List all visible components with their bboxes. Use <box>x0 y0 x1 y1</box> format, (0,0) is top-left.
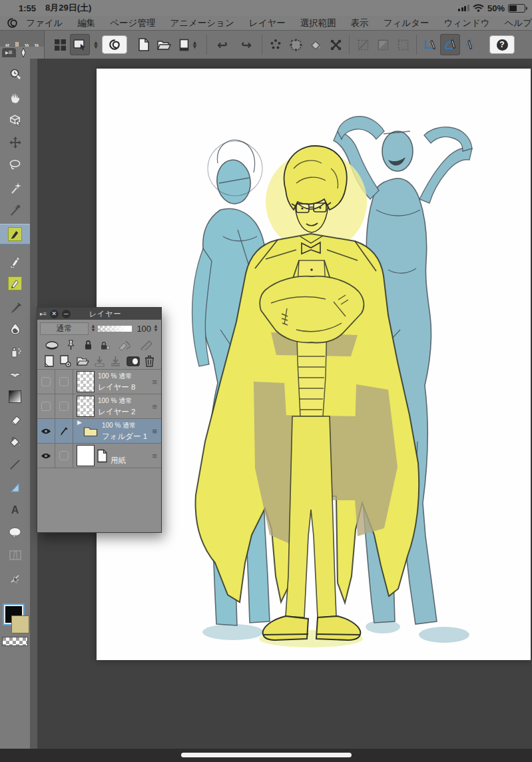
trash-icon[interactable] <box>144 355 154 367</box>
new-canvas-button[interactable] <box>134 34 154 55</box>
tool-watercolor[interactable] <box>0 318 30 339</box>
tool-palette-tab[interactable]: ▸≡ <box>0 47 44 59</box>
new-layer-icon[interactable] <box>44 355 55 367</box>
menu-selection[interactable]: 選択範囲 <box>300 17 336 29</box>
tool-zoom[interactable] <box>0 64 30 85</box>
clip-pin-icon[interactable] <box>67 340 75 350</box>
mask-area-icon[interactable] <box>45 341 59 350</box>
lock-icon[interactable] <box>84 340 93 350</box>
help-button[interactable]: ? <box>489 35 515 54</box>
menu-help[interactable]: ヘルプ <box>505 17 532 29</box>
tool-pencil[interactable] <box>0 273 30 294</box>
opacity-slider[interactable] <box>98 326 132 332</box>
folder-disclosure-icon[interactable]: ▶ <box>77 419 82 443</box>
tool-brush[interactable] <box>0 296 30 316</box>
fill-bucket-icon <box>309 39 322 51</box>
menu-window[interactable]: ウィンドウ <box>444 17 490 29</box>
layer-name[interactable]: フォルダー 1 <box>102 432 147 442</box>
layer-row-layer8[interactable]: 100 % 通常 レイヤー 8 ≡ <box>37 370 161 394</box>
page-switcher[interactable]: ▲▼ <box>174 34 203 55</box>
undo-button[interactable]: ↩ <box>210 34 234 55</box>
background-color-swatch[interactable] <box>11 615 29 633</box>
home-indicator[interactable] <box>181 753 352 757</box>
layer-name[interactable]: レイヤー 2 <box>98 407 135 417</box>
workspace-grid-button[interactable] <box>50 34 70 55</box>
snap-special-ruler-icon <box>443 38 457 52</box>
transparent-color-swatch[interactable] <box>2 637 28 646</box>
tool-airbrush[interactable] <box>0 341 30 362</box>
tool-balloon[interactable] <box>0 522 30 543</box>
layer-thumbnail[interactable] <box>77 372 94 392</box>
pointer-window-button[interactable] <box>70 34 90 55</box>
tool-text[interactable]: A <box>0 500 30 520</box>
menu-filter[interactable]: フィルター <box>384 17 429 29</box>
tool-fill[interactable] <box>0 432 30 452</box>
tool-auto-select[interactable] <box>0 177 30 198</box>
open-file-button[interactable] <box>154 34 174 55</box>
layer-row-folder1[interactable]: ▶ 100 % 通常 フォルダー 1 ≡ <box>37 419 161 444</box>
tool-ruler[interactable] <box>0 477 30 498</box>
layer-name[interactable]: 用紙 <box>111 456 126 466</box>
layer-thumbnail[interactable] <box>77 396 94 416</box>
tool-operate[interactable] <box>0 109 30 130</box>
tool-eyedropper[interactable] <box>0 200 30 220</box>
minimize-icon[interactable]: ─ <box>62 310 71 318</box>
blend-mode-dropdown[interactable]: 通常 <box>40 322 89 335</box>
drag-handle-icon[interactable]: ≡ <box>152 377 157 387</box>
new-folder-icon[interactable] <box>77 356 89 367</box>
menu-page-manage[interactable]: ページ管理 <box>110 17 155 29</box>
edit-indicator[interactable] <box>55 419 73 443</box>
drag-handle-icon[interactable]: ≡ <box>152 426 157 436</box>
tool-move-layer[interactable] <box>0 132 30 153</box>
layer-row-layer2[interactable]: 100 % 通常 レイヤー 2 ≡ <box>37 394 161 419</box>
drag-handle-icon[interactable]: ≡ <box>152 402 157 412</box>
tool-marker[interactable] <box>0 250 30 271</box>
hand-icon <box>9 91 22 104</box>
palette-menu-icon[interactable]: ▸≡ <box>2 48 16 57</box>
layer-lock-row <box>37 337 161 353</box>
menu-file[interactable]: ファイル <box>26 17 63 29</box>
menu-edit[interactable]: 編集 <box>77 17 95 29</box>
close-icon[interactable]: ✕ <box>50 310 59 318</box>
visibility-toggle[interactable] <box>37 394 55 418</box>
layer-palette-titlebar[interactable]: ▸≡ ✕ ─ レイヤー <box>37 308 161 320</box>
layer-name[interactable]: レイヤー 8 <box>98 382 135 392</box>
canvas-size-spinner[interactable]: ▲▼ <box>90 34 102 55</box>
layer-thumbnail[interactable] <box>77 446 94 466</box>
visibility-toggle[interactable] <box>37 370 55 394</box>
snap-grid-icon <box>463 38 477 52</box>
tool-eraser[interactable] <box>0 409 30 430</box>
layer-row-paper[interactable]: 用紙 ≡ <box>37 444 161 468</box>
opacity-spinner[interactable]: ▲▼ <box>153 324 158 332</box>
tool-lasso[interactable] <box>0 155 30 175</box>
tool-gradient[interactable] <box>0 386 30 407</box>
tool-correct-line[interactable] <box>0 568 30 588</box>
select-marquee-button[interactable] <box>286 34 306 55</box>
menu-layer[interactable]: レイヤー <box>249 17 286 29</box>
palette-menu-icon[interactable]: ▸≡ <box>40 310 47 317</box>
tool-frame-border[interactable] <box>0 545 30 566</box>
lock-transparent-icon[interactable] <box>101 340 110 350</box>
snap-to-grid-button[interactable] <box>460 34 480 55</box>
tool-hand[interactable] <box>0 87 30 107</box>
tool-figure[interactable] <box>0 454 30 475</box>
correct-line-icon <box>9 572 22 585</box>
new-layer-settings-icon[interactable] <box>59 355 71 367</box>
blend-mode-spinner[interactable]: ▲▼ <box>91 324 96 332</box>
drag-handle-icon[interactable]: ≡ <box>152 451 157 461</box>
fill-selection-button[interactable] <box>306 34 326 55</box>
menu-view[interactable]: 表示 <box>351 17 369 29</box>
clip-studio-logo-icon[interactable] <box>7 17 18 29</box>
tool-decoration[interactable] <box>0 364 30 384</box>
redo-button[interactable]: ↪ <box>234 34 258 55</box>
visibility-toggle[interactable] <box>37 444 55 468</box>
tool-pen[interactable] <box>0 224 30 244</box>
transform-button[interactable] <box>326 34 346 55</box>
deselect-button[interactable] <box>266 34 286 55</box>
clip-studio-home-button[interactable] <box>102 35 127 54</box>
layer-mask-icon[interactable] <box>127 356 140 366</box>
visibility-toggle[interactable] <box>37 419 55 443</box>
menu-animation[interactable]: アニメーション <box>170 17 234 29</box>
snap-to-ruler-button[interactable] <box>420 34 440 55</box>
snap-to-special-ruler-button[interactable] <box>440 34 460 55</box>
